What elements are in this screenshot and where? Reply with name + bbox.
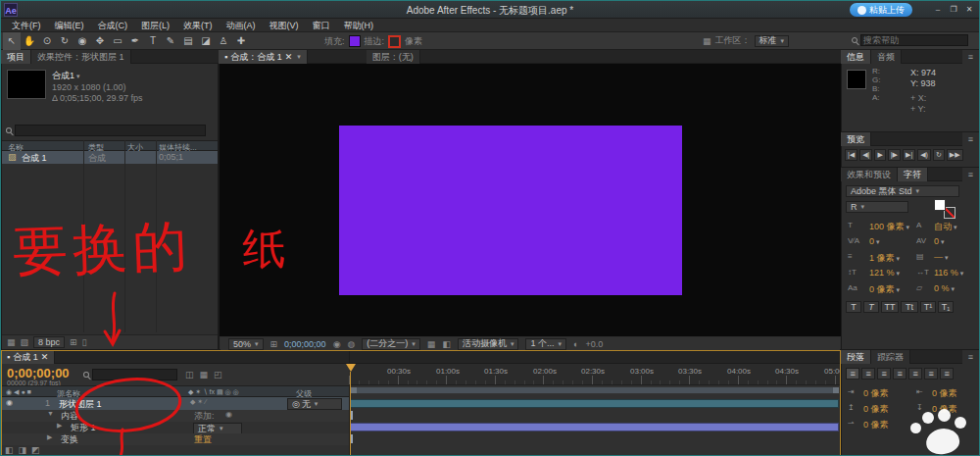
- composition-viewport[interactable]: [220, 64, 841, 336]
- menu-composition[interactable]: 合成(C): [91, 19, 135, 32]
- rectangle-duration-bar[interactable]: [350, 423, 839, 431]
- comp-mini-flowchart-icon[interactable]: ◫: [185, 370, 194, 380]
- text-tool-icon[interactable]: T: [144, 32, 162, 50]
- interpret-footage-icon[interactable]: ▦: [7, 337, 16, 347]
- text-fill-color-swatch[interactable]: [934, 199, 946, 211]
- menu-layer[interactable]: 图层(L): [134, 19, 176, 32]
- channels-icon[interactable]: ◍: [347, 339, 355, 349]
- camera-select[interactable]: 活动摄像机: [458, 338, 519, 350]
- graph-editor-icon[interactable]: ◩: [31, 445, 40, 455]
- first-line-indent-value[interactable]: 0 像素: [863, 419, 889, 431]
- comp-thumbnail[interactable]: [7, 70, 46, 99]
- property-row-contents[interactable]: ▼ 内容 添加: ◉: [2, 410, 349, 422]
- new-composition-icon[interactable]: ⊞: [70, 337, 77, 347]
- transparency-grid-icon[interactable]: ◧: [442, 339, 451, 349]
- indent-left-value[interactable]: 0 像素: [863, 387, 889, 400]
- justify-last-left-button[interactable]: ≡: [893, 368, 906, 380]
- stroke-width-value[interactable]: 1 像素: [869, 252, 900, 265]
- transform-reset-link[interactable]: 重置: [194, 433, 212, 446]
- exposure-icon[interactable]: ◐: [573, 339, 578, 349]
- tab-info[interactable]: 信息: [841, 50, 871, 64]
- indent-right-value[interactable]: 0 像素: [932, 387, 957, 400]
- work-area-bar[interactable]: [350, 386, 840, 394]
- toggle-switches-modes-icon[interactable]: ◨: [19, 445, 27, 455]
- tab-character[interactable]: 字符: [898, 168, 928, 181]
- align-left-button[interactable]: ≡: [846, 368, 859, 380]
- close-button[interactable]: ✕: [961, 3, 977, 17]
- puppet-pin-tool-icon[interactable]: ✚: [232, 32, 250, 50]
- brush-tool-icon[interactable]: ✎: [162, 32, 179, 50]
- paragraph-panel-menu-icon[interactable]: ≡: [962, 350, 980, 364]
- tab-composition[interactable]: ▪ 合成：合成 1 ✕: [219, 50, 308, 64]
- leading-value[interactable]: 自动: [934, 221, 957, 233]
- expand-layers-icon[interactable]: ◧: [5, 445, 14, 455]
- zoom-tool-icon[interactable]: ⊙: [38, 32, 56, 50]
- upload-button[interactable]: 粘贴上传: [850, 3, 912, 17]
- character-panel-menu-icon[interactable]: ≡: [962, 168, 980, 181]
- next-frame-button[interactable]: |▶: [888, 149, 901, 161]
- play-button[interactable]: ▶: [874, 149, 885, 161]
- menu-animation[interactable]: 动画(A): [220, 19, 263, 32]
- last-frame-button[interactable]: ▶|: [903, 149, 915, 161]
- first-frame-button[interactable]: |◀: [845, 149, 858, 161]
- all-caps-button[interactable]: TT: [881, 301, 899, 313]
- property-row-rectangle[interactable]: ▶ 矩形 1: [2, 422, 349, 433]
- property-row-transform[interactable]: ▶ 变换 重置: [2, 433, 349, 445]
- loop-button[interactable]: ↻: [933, 149, 945, 161]
- tab-timeline-comp[interactable]: ▪ 合成 1 ✕: [1, 350, 55, 364]
- tab-layer-viewer[interactable]: 图层：(无): [367, 50, 420, 64]
- purple-rectangle-shape[interactable]: [339, 126, 682, 295]
- layer-duration-bar[interactable]: [350, 399, 839, 408]
- parent-pickwhip-icon[interactable]: ◎: [292, 399, 300, 409]
- baseline-shift-value[interactable]: 0 像素: [869, 283, 900, 296]
- space-before-value[interactable]: 0 像素: [863, 403, 889, 416]
- tab-paragraph[interactable]: 段落: [841, 350, 871, 364]
- timeline-search-input[interactable]: [92, 369, 177, 380]
- snapshot-icon[interactable]: ◉: [333, 339, 341, 349]
- proportional-spacing-value[interactable]: 0 %: [934, 283, 955, 293]
- menu-effect[interactable]: 效果(T): [176, 19, 220, 32]
- fill-swatch[interactable]: [349, 35, 361, 47]
- current-time[interactable]: 0;00;00;00: [284, 339, 326, 349]
- stroke-swatch[interactable]: [388, 35, 401, 48]
- camera-tool-icon[interactable]: ◉: [74, 32, 91, 50]
- twirl-closed-icon[interactable]: ▶: [47, 433, 52, 441]
- ram-preview-button[interactable]: ▶▶: [947, 149, 963, 161]
- twirl-closed-icon[interactable]: ▶: [57, 422, 62, 430]
- menu-window[interactable]: 窗口: [306, 19, 337, 32]
- superscript-button[interactable]: T¹: [920, 301, 936, 313]
- resolution-select[interactable]: (二分之一): [362, 338, 420, 350]
- font-style-select[interactable]: R: [846, 201, 908, 213]
- tab-audio[interactable]: 音频: [871, 50, 902, 64]
- justify-last-right-button[interactable]: ≡: [924, 368, 938, 380]
- preview-panel-menu-icon[interactable]: ≡: [962, 132, 980, 146]
- minimize-button[interactable]: –: [930, 3, 946, 17]
- draft-3d-icon[interactable]: ▦: [200, 370, 209, 380]
- frame-blend-icon[interactable]: ◰: [214, 370, 222, 380]
- justify-last-center-button[interactable]: ≡: [908, 368, 922, 380]
- eye-icon[interactable]: ◉: [6, 398, 13, 407]
- eraser-tool-icon[interactable]: ◪: [197, 32, 215, 50]
- align-right-button[interactable]: ≡: [877, 368, 891, 380]
- menu-file[interactable]: 文件(F): [5, 19, 48, 32]
- hand-tool-icon[interactable]: ✋: [21, 32, 38, 50]
- align-center-button[interactable]: ≡: [861, 368, 875, 380]
- new-folder-icon[interactable]: ▧: [21, 337, 29, 347]
- audio-mute-button[interactable]: ◀): [917, 149, 931, 161]
- stroke-style-value[interactable]: —: [934, 252, 949, 262]
- pan-behind-tool-icon[interactable]: ✥: [91, 32, 109, 50]
- exposure-value[interactable]: +0.0: [585, 339, 603, 349]
- view-layout-select[interactable]: 1 个...: [525, 338, 566, 350]
- menu-help[interactable]: 帮助(H): [337, 19, 381, 32]
- layer-switches-icons[interactable]: ◆ ✶ ∕: [190, 398, 206, 406]
- time-ruler[interactable]: 00:30s 01:00s 01:30s 02:00s 02:30s 03:00…: [349, 364, 841, 385]
- font-family-select[interactable]: Adobe 黑体 Std: [846, 185, 959, 197]
- shape-tool-icon[interactable]: ▭: [109, 32, 126, 50]
- horizontal-scale-value[interactable]: 116 %: [934, 268, 963, 278]
- maximize-button[interactable]: ❐: [946, 3, 961, 17]
- faux-bold-button[interactable]: T: [846, 301, 861, 313]
- timeline-current-time[interactable]: 0;00;00;00: [7, 366, 70, 380]
- faux-italic-button[interactable]: T: [863, 301, 879, 313]
- tab-effect-controls[interactable]: 效果控件：形状图层 1: [31, 50, 131, 64]
- info-panel-menu-icon[interactable]: ≡: [962, 50, 980, 64]
